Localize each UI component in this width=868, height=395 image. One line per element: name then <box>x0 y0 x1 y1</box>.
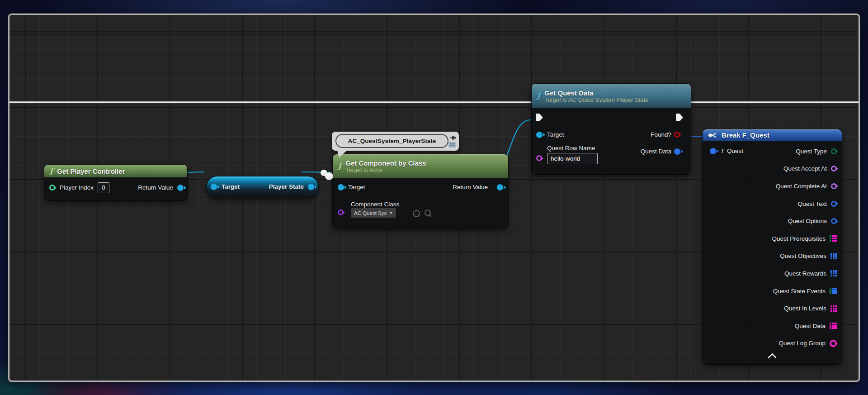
break-output-row: Quest Data <box>703 317 842 335</box>
output-label: Quest Rewards <box>784 270 826 277</box>
node-title: Break F_Quest <box>722 131 769 139</box>
dropdown-value: AC Quest Systen <box>354 210 387 216</box>
chevron-down-icon <box>389 212 393 214</box>
exec-out-pin[interactable] <box>676 114 683 121</box>
output-pin[interactable] <box>830 323 837 329</box>
node-get-component-by-class[interactable]: ƒ Get Component by Class Target is Actor… <box>333 154 508 228</box>
target-label: Target <box>348 184 365 190</box>
output-label: Quest Prerequisites <box>772 235 826 242</box>
collapse-row <box>703 354 842 361</box>
node-header[interactable]: ƒ Get Player Controller <box>44 165 187 177</box>
output-pin[interactable] <box>830 253 837 259</box>
pushpin-icon[interactable] <box>450 135 457 141</box>
function-icon: ƒ <box>537 92 540 100</box>
player-state-label: Player State <box>269 183 304 190</box>
component-class-label: Component Class <box>351 201 399 208</box>
break-output-row: Quest Objectives <box>703 247 842 265</box>
search-icon[interactable] <box>425 209 431 216</box>
node-title: Get Quest Data <box>544 89 648 97</box>
output-label: Quest Complete At <box>776 183 827 190</box>
break-output-row: Quest Complete At <box>703 177 842 195</box>
bubble-color-icon[interactable] <box>448 142 456 148</box>
break-output-row: Quest Text <box>703 195 842 213</box>
output-pin[interactable] <box>830 270 837 276</box>
quest-row-name-input[interactable]: hello-world <box>547 153 598 164</box>
return-value-pin[interactable] <box>497 184 503 190</box>
player-index-input[interactable]: 0 <box>98 182 109 193</box>
target-label: Target <box>547 131 564 138</box>
output-pin[interactable] <box>831 218 837 224</box>
node-comment-bubble[interactable]: AC_QuestSystem_PlayerState <box>332 132 459 151</box>
quest-data-pin[interactable] <box>674 148 680 155</box>
break-struct-icon <box>708 132 717 138</box>
target-label: Target <box>222 183 240 190</box>
node-break-f-quest[interactable]: Break F_Quest F Quest Quest Type Quest A… <box>703 129 842 364</box>
component-class-pin[interactable] <box>338 209 344 215</box>
node-get-player-state[interactable]: Target Player State <box>207 176 318 198</box>
break-output-row: Quest Rewards <box>703 265 842 282</box>
chevron-up-icon[interactable] <box>768 353 777 362</box>
use-asset-icon[interactable]: ← <box>413 210 420 217</box>
found-pin[interactable] <box>674 132 680 138</box>
output-pin[interactable] <box>830 305 837 312</box>
target-pin[interactable] <box>338 184 344 190</box>
output-label: Quest Objectives <box>780 252 826 259</box>
output-label: Quest State Events <box>773 288 826 295</box>
return-value-label: Return Value <box>138 184 173 191</box>
player-index-pin[interactable] <box>49 185 55 190</box>
output-label: Quest Options <box>788 218 827 224</box>
output-pin[interactable] <box>830 288 837 294</box>
quest-data-label: Quest Data <box>641 148 671 155</box>
node-get-player-controller[interactable]: ƒ Get Player Controller Player Index 0 R… <box>44 165 187 200</box>
output-label: Quest Accept At <box>783 165 827 172</box>
output-pin[interactable] <box>830 340 837 347</box>
player-state-pin[interactable] <box>308 184 314 190</box>
quest-row-name-label: Quest Row Name <box>547 145 595 152</box>
output-label: Quest Type <box>796 148 827 155</box>
target-pin[interactable] <box>211 184 217 190</box>
output-label: Quest Data <box>795 323 826 329</box>
node-subtitle: Target is AC Quest System Player State <box>544 96 648 103</box>
function-icon: ƒ <box>50 167 53 175</box>
graph-canvas[interactable]: ƒ Get Player Controller Player Index 0 R… <box>8 14 860 382</box>
output-pin[interactable] <box>830 235 837 242</box>
break-output-list: Quest Type Quest Accept At Quest Complet… <box>703 143 842 352</box>
break-output-row: Quest Prerequisites <box>703 230 842 247</box>
output-pin[interactable] <box>831 201 837 207</box>
output-pin[interactable] <box>831 148 837 154</box>
comment-bubbles-icon[interactable] <box>321 169 335 181</box>
break-output-row: Quest Log Group <box>703 335 842 352</box>
output-label: Quest Text <box>798 200 827 207</box>
break-output-row: Quest In Levels <box>703 300 842 317</box>
component-class-dropdown[interactable]: AC Quest Systen <box>351 208 396 218</box>
found-label: Found? <box>651 131 671 138</box>
output-pin[interactable] <box>831 183 837 189</box>
player-index-label: Player Index <box>60 184 94 191</box>
output-label: Quest In Levels <box>784 305 826 312</box>
node-subtitle: Target is Actor <box>345 167 426 173</box>
node-title: Get Player Controller <box>57 167 125 175</box>
output-pin[interactable] <box>831 166 837 171</box>
return-value-pin[interactable] <box>177 185 184 191</box>
node-header[interactable]: ƒ Get Component by Class Target is Actor <box>333 154 508 178</box>
node-header[interactable]: Break F_Quest <box>703 129 842 141</box>
comment-text[interactable]: AC_QuestSystem_PlayerState <box>335 134 448 148</box>
break-output-row: Quest State Events <box>703 282 842 300</box>
node-header[interactable]: ƒ Get Quest Data Target is AC Quest Syst… <box>532 84 691 108</box>
break-output-row: Quest Accept At <box>703 160 842 178</box>
quest-row-name-pin[interactable] <box>536 155 542 161</box>
return-value-label: Return Value <box>453 184 488 190</box>
node-title: Get Component by Class <box>345 159 426 167</box>
break-output-row: Quest Options <box>703 212 842 230</box>
node-get-quest-data[interactable]: ƒ Get Quest Data Target is AC Quest Syst… <box>532 84 691 174</box>
break-output-row: Quest Type <box>703 143 842 160</box>
target-pin[interactable] <box>536 132 542 138</box>
output-label: Quest Log Group <box>778 340 826 347</box>
exec-in-pin[interactable] <box>536 114 543 121</box>
function-icon: ƒ <box>338 162 341 170</box>
